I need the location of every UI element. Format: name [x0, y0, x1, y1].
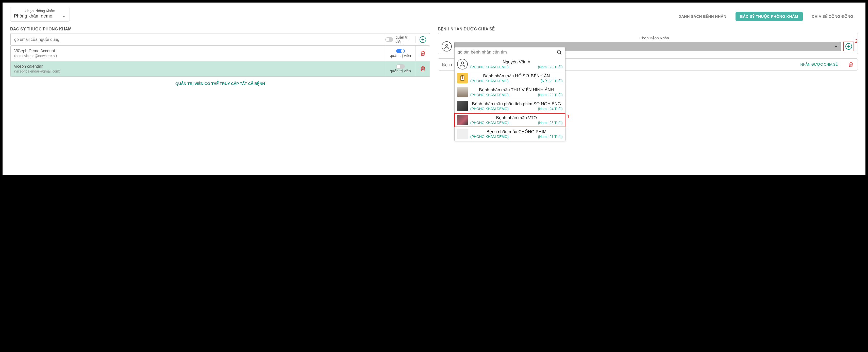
doctor-row[interactable]: ViCeph Demo Account(demoviceph@nowhere.a…: [10, 46, 430, 61]
nav-tab[interactable]: BÁC SỸ THUỘC PHÒNG KHÁM: [736, 12, 803, 21]
patient-select-label: Chọn Bệnh Nhân: [454, 36, 854, 40]
patient-option-clinic: (PHÒNG KHÁM DEMO): [470, 121, 508, 125]
add-patient-button[interactable]: [845, 43, 852, 50]
add-patient-annotation-box: 2: [843, 41, 854, 51]
patient-option[interactable]: Bệnh nhân mẫu VTO(PHÒNG KHÁM DEMO)(Nam |…: [455, 113, 565, 127]
svg-point-5: [557, 50, 561, 54]
patient-option-meta: (Nữ | 29 Tuổi): [540, 79, 563, 83]
annotation-2: 2: [855, 38, 858, 44]
admin-header-cell: quản trị viên: [385, 33, 415, 45]
shared-patient-link[interactable]: NHÂN ĐƯỢC CHIA SẺ: [800, 62, 838, 66]
patient-avatar-placeholder: [442, 41, 452, 52]
svg-point-10: [462, 77, 463, 78]
patient-option-body: Bệnh nhân mẫu THƯ VIỆN HÌNH ẢNH(PHÒNG KH…: [470, 87, 563, 97]
patient-option-name: Bệnh nhân mẫu HỒ SƠ BỆNH ÁN: [470, 73, 563, 78]
patient-select-panel: Chọn Bệnh Nhân 2: [438, 33, 858, 54]
doctors-panel: quản trị viên ViCeph Demo Account(demovi…: [10, 33, 430, 77]
delete-doctor-button[interactable]: [420, 66, 426, 71]
delete-shared-patient-button[interactable]: [848, 62, 854, 67]
clinic-select-value: Phòng khám demo: [14, 13, 52, 19]
shared-patients-column: BỆNH NHÂN ĐƯỢC CHIA SẺ Chọn Bệnh Nhân 2: [438, 27, 858, 70]
patient-option-meta: (Nam | 24 Tuổi): [538, 107, 563, 111]
patient-option-name: Bệnh nhân mẫu CHỒNG PHIM: [470, 129, 563, 134]
clinic-select-label: Chọn Phòng Khám: [14, 9, 66, 13]
person-icon: [457, 59, 468, 69]
shared-patient-name-fragment: Bệnh: [442, 62, 452, 67]
app-root: Chọn Phòng Khám Phòng khám demo DANH SÁC…: [3, 3, 865, 175]
admin-label: quản trị viên: [390, 53, 411, 58]
svg-rect-9: [462, 75, 463, 76]
doctor-email: (demoviceph@nowhere.at): [14, 54, 381, 58]
patient-option-name: Nguyễn Văn A: [470, 59, 563, 65]
topbar: Chọn Phòng Khám Phòng khám demo DANH SÁC…: [10, 7, 858, 22]
patient-search-input[interactable]: [458, 50, 557, 55]
admin-cell: quản trị viên: [385, 61, 415, 76]
patient-option-clinic: (PHÒNG KHÁM DEMO): [470, 107, 508, 111]
delete-doctor-cell: [415, 61, 430, 76]
patient-option-meta: (Nam | 23 Tuổi): [538, 65, 563, 69]
admin-access-note: QUẢN TRỊ VIÊN CÓ THỂ TRUY CẬP TẤT CẢ BỆN…: [10, 82, 430, 86]
doctors-title: BÁC SỸ THUỘC PHÒNG KHÁM: [10, 27, 430, 31]
admin-toggle-header[interactable]: [385, 37, 393, 42]
doctor-email: (vicephcalendar@gmail.com): [14, 69, 381, 73]
delete-doctor-button[interactable]: [420, 51, 426, 56]
clipboard-icon: [457, 73, 468, 84]
patient-option-clinic: (PHÒNG KHÁM DEMO): [470, 93, 508, 97]
patient-option[interactable]: Bệnh nhân mẫu THƯ VIỆN HÌNH ẢNH(PHÒNG KH…: [455, 85, 565, 99]
photo-thumbnail: [457, 87, 468, 97]
patient-option-body: Bệnh nhân mẫu HỒ SƠ BỆNH ÁN(PHÒNG KHÁM D…: [470, 73, 563, 83]
admin-toggle[interactable]: [396, 49, 405, 53]
add-doctor-cell: [415, 36, 430, 43]
patient-dropdown: Nguyễn Văn A(PHÒNG KHÁM DEMO)(Nam | 23 T…: [454, 47, 565, 141]
patient-option[interactable]: Bệnh nhân mẫu phân tích phim SỌ NGHIÊNG(…: [455, 99, 565, 113]
patient-option-meta: (Nam | 21 Tuổi): [538, 135, 563, 139]
patient-option[interactable]: Bệnh nhân mẫu HỒ SƠ BỆNH ÁN(PHÒNG KHÁM D…: [455, 71, 565, 85]
patient-option-name: Bệnh nhân mẫu VTO: [470, 115, 563, 121]
nav-tab[interactable]: CHIA SẺ CỘNG ĐỒNG: [807, 12, 858, 21]
delete-doctor-cell: [415, 46, 430, 61]
annotation-1: 1: [567, 114, 570, 120]
patient-option-clinic: (PHÒNG KHÁM DEMO): [470, 135, 508, 139]
doctor-info: viceph calendar(vicephcalendar@gmail.com…: [11, 61, 385, 76]
doctor-add-row: quản trị viên: [10, 33, 430, 46]
sketch-thumbnail: [457, 129, 468, 139]
svg-line-6: [560, 53, 562, 55]
doctor-info: ViCeph Demo Account(demoviceph@nowhere.a…: [11, 46, 385, 61]
patient-option-clinic: (PHÒNG KHÁM DEMO): [470, 65, 508, 69]
patient-option-name: Bệnh nhân mẫu THƯ VIỆN HÌNH ẢNH: [470, 87, 563, 93]
admin-toggle[interactable]: [396, 64, 405, 69]
patient-option-body: Bệnh nhân mẫu VTO(PHÒNG KHÁM DEMO)(Nam |…: [470, 115, 563, 125]
patient-option-meta: (Nam | 28 Tuổi): [538, 121, 563, 125]
doctors-column: BÁC SỸ THUỘC PHÒNG KHÁM quản trị viên Vi…: [10, 27, 430, 86]
patient-option-meta: (Nam | 22 Tuổi): [538, 93, 563, 97]
admin-header-label: quản trị viên: [396, 35, 415, 44]
patient-option[interactable]: Bệnh nhân mẫu CHỒNG PHIM(PHÒNG KHÁM DEMO…: [455, 127, 565, 141]
xray-thumbnail: [457, 115, 468, 125]
admin-label: quản trị viên: [390, 69, 411, 73]
doctor-name: ViCeph Demo Account: [14, 49, 381, 53]
nav-tabs: DANH SÁCH BỆNH NHÂNBÁC SỸ THUỘC PHÒNG KH…: [674, 12, 858, 21]
patient-search-row: [455, 47, 565, 57]
doctor-email-input[interactable]: [11, 34, 385, 45]
svg-point-7: [461, 62, 463, 64]
chevron-down-icon: [834, 44, 838, 49]
doctor-row[interactable]: viceph calendar(vicephcalendar@gmail.com…: [10, 61, 430, 76]
xray-thumbnail: [457, 101, 468, 111]
patient-option-body: Nguyễn Văn A(PHÒNG KHÁM DEMO)(Nam | 23 T…: [470, 59, 563, 69]
shared-patients-title: BỆNH NHÂN ĐƯỢC CHIA SẺ: [438, 27, 858, 31]
add-doctor-button[interactable]: [420, 36, 426, 43]
chevron-down-icon: [62, 14, 66, 18]
main-columns: BÁC SỸ THUỘC PHÒNG KHÁM quản trị viên Vi…: [10, 27, 858, 86]
patient-option-name: Bệnh nhân mẫu phân tích phim SỌ NGHIÊNG: [470, 101, 563, 106]
clinic-select[interactable]: Chọn Phòng Khám Phòng khám demo: [10, 7, 70, 22]
svg-point-2: [446, 44, 448, 46]
patient-option-clinic: (PHÒNG KHÁM DEMO): [470, 79, 508, 83]
patient-option[interactable]: Nguyễn Văn A(PHÒNG KHÁM DEMO)(Nam | 23 T…: [455, 57, 565, 71]
patient-option-body: Bệnh nhân mẫu phân tích phim SỌ NGHIÊNG(…: [470, 101, 563, 111]
nav-tab[interactable]: DANH SÁCH BỆNH NHÂN: [674, 12, 731, 21]
search-icon: [557, 50, 562, 55]
patient-option-body: Bệnh nhân mẫu CHỒNG PHIM(PHÒNG KHÁM DEMO…: [470, 129, 563, 139]
admin-cell: quản trị viên: [385, 46, 415, 61]
doctor-name: viceph calendar: [14, 64, 381, 69]
